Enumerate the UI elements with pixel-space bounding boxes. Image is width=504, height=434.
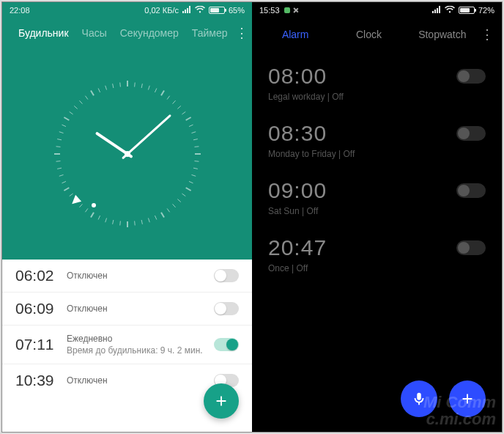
svg-line-13 bbox=[193, 139, 197, 140]
svg-line-29 bbox=[134, 221, 135, 225]
signal-icon bbox=[182, 6, 191, 15]
battery-icon bbox=[209, 7, 225, 14]
more-menu-icon[interactable]: ⋮ bbox=[235, 26, 248, 40]
microphone-icon bbox=[411, 391, 427, 407]
alarm-row[interactable]: 08:00 Legal workday | Off bbox=[252, 55, 502, 112]
svg-line-58 bbox=[112, 84, 113, 88]
svg-point-64 bbox=[92, 203, 96, 207]
alarm-meta: Отключен bbox=[67, 303, 214, 315]
svg-line-25 bbox=[161, 213, 164, 218]
svg-line-47 bbox=[57, 139, 62, 140]
alarm-list-right: 08:00 Legal workday | Off 08:30 Monday t… bbox=[252, 51, 502, 284]
alarm-row[interactable]: 06:02 Отключен bbox=[2, 260, 252, 292]
alarm-meta: Отключен bbox=[67, 270, 214, 282]
svg-line-14 bbox=[194, 147, 199, 147]
tab-timer[interactable]: Таймер bbox=[186, 24, 234, 42]
svg-line-11 bbox=[189, 125, 193, 126]
add-alarm-button[interactable] bbox=[449, 380, 486, 417]
alarm-time: 08:00 bbox=[268, 64, 327, 89]
svg-line-43 bbox=[57, 168, 62, 169]
battery-icon bbox=[459, 7, 475, 14]
tab-clock[interactable]: Часы bbox=[76, 24, 113, 42]
alarm-meta: Sat Sun | Off bbox=[268, 206, 486, 216]
svg-line-18 bbox=[191, 174, 196, 176]
svg-line-21 bbox=[182, 194, 185, 196]
tabs-right: Alarm Clock Stopwatch ⋮ bbox=[252, 18, 502, 51]
alarm-row[interactable]: 08:30 Monday to Friday | Off bbox=[252, 112, 502, 169]
svg-line-54 bbox=[85, 96, 88, 100]
svg-line-44 bbox=[56, 161, 60, 162]
plus-icon bbox=[459, 391, 475, 407]
svg-line-37 bbox=[79, 204, 82, 207]
svg-line-52 bbox=[74, 106, 77, 108]
svg-line-57 bbox=[105, 86, 106, 90]
voice-button[interactable] bbox=[401, 380, 437, 417]
svg-line-31 bbox=[119, 221, 120, 225]
svg-line-46 bbox=[56, 147, 60, 147]
statusbar-left: 22:08 0,02 КБ/с 65% bbox=[2, 2, 252, 18]
more-menu-icon[interactable]: ⋮ bbox=[480, 26, 494, 43]
alarm-toggle[interactable] bbox=[214, 269, 239, 282]
alarm-toggle[interactable] bbox=[214, 338, 239, 351]
analog-clock bbox=[2, 48, 252, 260]
svg-line-26 bbox=[155, 216, 156, 219]
alarm-time: 20:47 bbox=[268, 235, 327, 260]
alarm-time: 08:30 bbox=[268, 121, 327, 146]
svg-line-49 bbox=[62, 125, 65, 126]
svg-line-4 bbox=[155, 88, 156, 92]
tab-stopwatch[interactable]: Stopwatch bbox=[407, 29, 478, 40]
tab-alarm[interactable]: Alarm bbox=[259, 29, 331, 40]
svg-line-42 bbox=[59, 174, 63, 176]
alarm-meta: Legal workday | Off bbox=[268, 92, 486, 102]
svg-line-55 bbox=[91, 90, 94, 95]
alarm-meta: Monday to Friday | Off bbox=[268, 149, 486, 159]
svg-line-51 bbox=[69, 111, 73, 114]
alarm-row[interactable]: 07:11 Ежедневно Время до будильника: 9 ч… bbox=[2, 325, 252, 364]
svg-line-16 bbox=[194, 161, 199, 162]
svg-line-6 bbox=[167, 96, 170, 100]
alarm-toggle[interactable] bbox=[456, 240, 486, 255]
svg-line-34 bbox=[98, 216, 100, 219]
alarm-time: 06:02 bbox=[15, 267, 67, 284]
alarm-row[interactable]: 09:00 Sat Sun | Off bbox=[252, 169, 502, 227]
alarm-meta: Ежедневно Время до будильника: 9 ч. 2 ми… bbox=[67, 333, 214, 356]
alarm-row[interactable]: 20:47 Once | Off bbox=[252, 227, 502, 284]
alarm-time: 06:09 bbox=[15, 300, 67, 317]
svg-marker-60 bbox=[69, 195, 81, 207]
svg-line-40 bbox=[64, 188, 69, 191]
clock-face bbox=[32, 59, 223, 249]
alarm-toggle[interactable] bbox=[456, 69, 486, 84]
svg-line-1 bbox=[134, 83, 135, 87]
alarm-list-left: 06:02 Отключен 06:09 Отключен 07:11 Ежед… bbox=[2, 260, 252, 432]
alarm-toggle[interactable] bbox=[456, 183, 486, 198]
add-alarm-button[interactable] bbox=[204, 383, 239, 419]
tab-clock[interactable]: Clock bbox=[333, 29, 404, 40]
svg-line-10 bbox=[185, 117, 190, 120]
svg-line-41 bbox=[62, 181, 65, 183]
svg-line-19 bbox=[189, 181, 193, 183]
svg-line-23 bbox=[172, 204, 175, 207]
svg-line-56 bbox=[98, 88, 100, 92]
phone-right-dark: 15:53 72% Alarm Clock Stopwatch ⋮ bbox=[252, 2, 502, 432]
alarm-time: 10:39 bbox=[15, 372, 67, 389]
status-time: 15:53 bbox=[259, 6, 280, 15]
svg-line-35 bbox=[91, 213, 94, 218]
svg-line-48 bbox=[59, 132, 63, 133]
alarm-row[interactable]: 06:09 Отключен bbox=[2, 292, 252, 325]
svg-line-27 bbox=[148, 218, 149, 222]
alarm-toggle[interactable] bbox=[456, 126, 486, 141]
status-close-icon bbox=[293, 7, 299, 13]
status-battery-pct: 72% bbox=[478, 6, 494, 15]
svg-line-5 bbox=[161, 90, 164, 95]
status-time: 22:08 bbox=[10, 6, 30, 15]
svg-line-50 bbox=[64, 117, 69, 120]
tab-stopwatch[interactable]: Секундомер bbox=[114, 24, 185, 42]
svg-line-32 bbox=[112, 220, 113, 224]
alarm-time: 09:00 bbox=[268, 178, 327, 203]
svg-line-28 bbox=[141, 220, 142, 224]
tab-alarm[interactable]: Будильник bbox=[12, 24, 75, 42]
svg-line-20 bbox=[185, 188, 190, 191]
svg-line-12 bbox=[191, 132, 196, 133]
svg-line-53 bbox=[79, 100, 82, 103]
alarm-toggle[interactable] bbox=[214, 302, 239, 315]
